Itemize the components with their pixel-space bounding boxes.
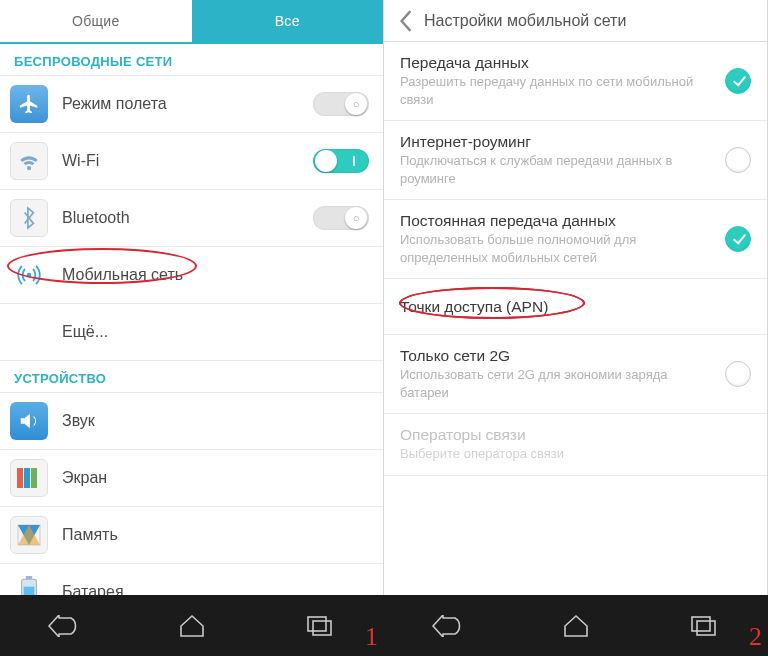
- operators-title: Операторы связи: [400, 426, 741, 444]
- section-device: УСТРОЙСТВО: [0, 361, 383, 393]
- nav-home-2[interactable]: [548, 608, 604, 644]
- sound-label: Звук: [62, 412, 95, 430]
- row-memory[interactable]: Память: [0, 507, 383, 564]
- data-radio[interactable]: [725, 68, 751, 94]
- navbar-left: 1: [0, 595, 384, 656]
- operators-sub: Выберите оператора связи: [400, 445, 741, 463]
- wifi-label: Wi-Fi: [62, 152, 99, 170]
- svg-rect-9: [308, 617, 326, 631]
- row-apn[interactable]: Точки доступа (APN): [384, 279, 767, 335]
- android-nav-bars: 1 2: [0, 595, 768, 656]
- row-only2g[interactable]: Только сети 2G Использовать сети 2G для …: [384, 335, 767, 414]
- nav-recents-2[interactable]: [676, 608, 732, 644]
- bluetooth-icon: [10, 199, 48, 237]
- roaming-title: Интернет-роуминг: [400, 133, 715, 151]
- svg-rect-12: [697, 621, 715, 635]
- right-title: Настройки мобильной сети: [424, 12, 626, 30]
- svg-point-0: [27, 273, 32, 278]
- bluetooth-toggle[interactable]: ○: [313, 206, 369, 230]
- row-sound[interactable]: Звук: [0, 393, 383, 450]
- data-title: Передача данных: [400, 54, 715, 72]
- step-number-1: 1: [365, 622, 378, 652]
- svg-rect-1: [17, 468, 23, 488]
- nav-back-1[interactable]: [36, 608, 92, 644]
- memory-icon: [10, 516, 48, 554]
- row-more[interactable]: Ещё...: [0, 304, 383, 361]
- bluetooth-label: Bluetooth: [62, 209, 130, 227]
- svg-rect-2: [24, 468, 30, 488]
- svg-rect-11: [692, 617, 710, 631]
- row-airplane[interactable]: Режим полета ○: [0, 76, 383, 133]
- mobile-network-panel: Настройки мобильной сети Передача данных…: [384, 0, 768, 595]
- sound-icon: [10, 402, 48, 440]
- right-header: Настройки мобильной сети: [384, 0, 767, 42]
- memory-label: Память: [62, 526, 118, 544]
- step-number-2: 2: [749, 622, 762, 652]
- screen-label: Экран: [62, 469, 107, 487]
- data-sub: Разрешить передачу данных по сети мобиль…: [400, 73, 715, 108]
- svg-rect-3: [31, 468, 37, 488]
- roaming-radio[interactable]: [725, 147, 751, 173]
- settings-panel-left: Общие Все БЕСПРОВОДНЫЕ СЕТИ Режим полета…: [0, 0, 384, 595]
- screen-icon: [10, 459, 48, 497]
- airplane-label: Режим полета: [62, 95, 167, 113]
- row-data-transfer[interactable]: Передача данных Разрешить передачу данны…: [384, 42, 767, 121]
- tab-general[interactable]: Общие: [0, 0, 192, 42]
- only2g-sub: Использовать сети 2G для экономии заряда…: [400, 366, 715, 401]
- tabs: Общие Все: [0, 0, 383, 42]
- always-radio[interactable]: [725, 226, 751, 252]
- row-mobile-network[interactable]: Мобильная сеть: [0, 247, 383, 304]
- mobile-network-icon: [10, 256, 48, 294]
- nav-back-2[interactable]: [420, 608, 476, 644]
- back-button[interactable]: [388, 0, 424, 42]
- apn-title: Точки доступа (APN): [400, 298, 741, 316]
- nav-home-1[interactable]: [164, 608, 220, 644]
- mobile-label: Мобильная сеть: [62, 266, 183, 284]
- only2g-title: Только сети 2G: [400, 347, 715, 365]
- airplane-toggle[interactable]: ○: [313, 92, 369, 116]
- row-roaming[interactable]: Интернет-роуминг Подключаться к службам …: [384, 121, 767, 200]
- wifi-toggle[interactable]: [313, 149, 369, 173]
- navbar-right: 2: [384, 595, 768, 656]
- section-wireless: БЕСПРОВОДНЫЕ СЕТИ: [0, 44, 383, 76]
- row-screen[interactable]: Экран: [0, 450, 383, 507]
- tab-all[interactable]: Все: [192, 0, 384, 42]
- row-wifi[interactable]: Wi-Fi: [0, 133, 383, 190]
- row-always-data[interactable]: Постоянная передача данных Использовать …: [384, 200, 767, 279]
- svg-rect-10: [313, 621, 331, 635]
- only2g-radio[interactable]: [725, 361, 751, 387]
- roaming-sub: Подключаться к службам передачи данных в…: [400, 152, 715, 187]
- row-operators: Операторы связи Выберите оператора связи: [384, 414, 767, 476]
- always-sub: Использовать больше полномочий для опред…: [400, 231, 715, 266]
- wifi-icon: [10, 142, 48, 180]
- row-bluetooth[interactable]: Bluetooth ○: [0, 190, 383, 247]
- more-label: Ещё...: [62, 323, 108, 341]
- airplane-icon: [10, 85, 48, 123]
- nav-recents-1[interactable]: [292, 608, 348, 644]
- always-title: Постоянная передача данных: [400, 212, 715, 230]
